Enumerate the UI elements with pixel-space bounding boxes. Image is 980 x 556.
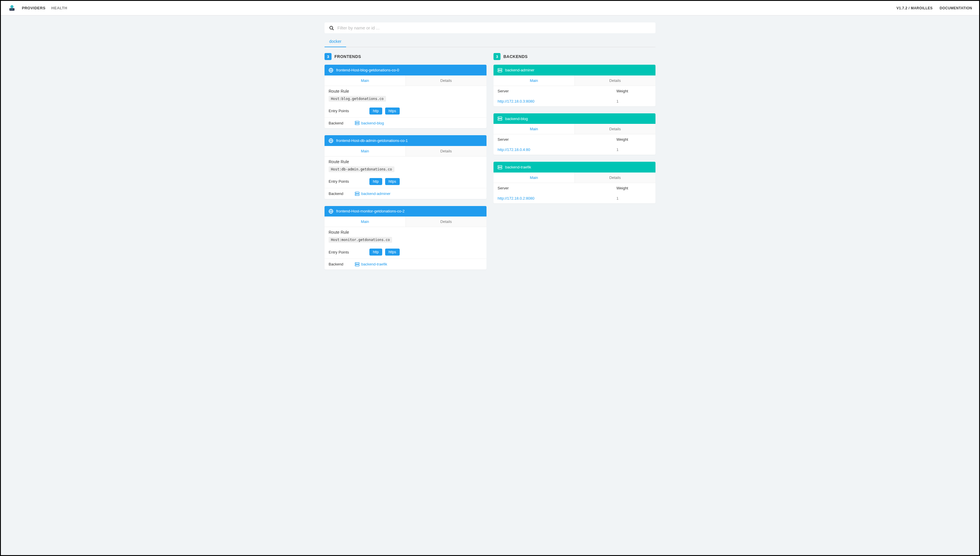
label-backend: Backend	[329, 262, 355, 266]
tab-details[interactable]: Details	[575, 173, 656, 183]
svg-rect-3	[12, 9, 13, 9]
tab-details[interactable]: Details	[405, 146, 487, 157]
server-icon	[497, 68, 502, 73]
tab-main[interactable]: Main	[325, 76, 405, 86]
backend-link[interactable]: backend-adminer	[355, 191, 391, 196]
backend-link[interactable]: backend-blog	[355, 121, 384, 126]
backend-name: backend-blog	[505, 116, 528, 121]
svg-rect-27	[498, 68, 502, 70]
svg-rect-28	[498, 71, 502, 72]
server-icon	[497, 165, 502, 170]
label-server: Server	[497, 89, 617, 93]
svg-rect-36	[498, 168, 502, 169]
globe-icon	[329, 138, 333, 143]
frontend-name: frontend-Host-blog-getdonations-co-0	[336, 68, 399, 72]
svg-rect-9	[355, 121, 359, 123]
svg-line-5	[333, 29, 334, 30]
label-route-rule: Route Rule	[329, 230, 483, 234]
svg-point-30	[499, 71, 499, 72]
tab-details[interactable]: Details	[405, 217, 487, 227]
frontend-card: frontend-Host-db-admin-getdonations-co-1…	[325, 135, 486, 199]
globe-icon	[329, 209, 333, 214]
entrypoint-tag: http	[370, 178, 382, 185]
svg-point-4	[330, 26, 333, 29]
frontends-count: 3	[325, 53, 331, 60]
search-bar	[325, 23, 655, 33]
route-rule-value: Host:monitor.getdonations.co	[329, 237, 392, 243]
search-icon	[329, 25, 334, 30]
frontend-name: frontend-Host-monitor-getdonations-co-2	[336, 209, 405, 213]
globe-icon	[329, 68, 333, 73]
tab-main[interactable]: Main	[494, 173, 575, 183]
search-input[interactable]	[337, 25, 651, 30]
label-server: Server	[497, 186, 617, 190]
tab-details[interactable]: Details	[575, 76, 656, 86]
svg-point-38	[499, 168, 499, 169]
svg-point-12	[356, 124, 356, 124]
entrypoint-tag: https	[385, 178, 400, 185]
svg-point-19	[356, 194, 356, 195]
server-url[interactable]: http://172.18.0.3:8080	[497, 99, 534, 103]
backend-card: backend-blog Main Details Server Weight …	[494, 113, 655, 155]
server-weight: 1	[617, 196, 651, 200]
label-backend: Backend	[329, 121, 355, 125]
tab-main[interactable]: Main	[494, 76, 575, 86]
svg-point-26	[356, 265, 356, 265]
nav-documentation[interactable]: DOCUMENTATION	[940, 6, 972, 10]
backend-card: backend-adminer Main Details Server Weig…	[494, 65, 655, 107]
tab-details[interactable]: Details	[575, 124, 656, 134]
backend-link[interactable]: backend-traefik	[355, 262, 387, 267]
label-weight: Weight	[617, 137, 651, 142]
svg-point-0	[10, 5, 14, 8]
svg-rect-31	[498, 117, 502, 118]
backends-count: 3	[494, 53, 500, 60]
frontends-title: FRONTENDS	[334, 54, 361, 59]
label-entry-points: Entry Points	[329, 250, 370, 254]
entrypoint-tag: http	[370, 108, 382, 115]
svg-rect-16	[355, 192, 359, 194]
provider-tabs: docker	[325, 37, 655, 47]
frontend-card: frontend-Host-blog-getdonations-co-0 Mai…	[325, 65, 486, 128]
server-weight: 1	[617, 147, 651, 152]
svg-point-18	[356, 192, 356, 193]
tab-main[interactable]: Main	[325, 217, 405, 227]
frontend-card: frontend-Host-monitor-getdonations-co-2 …	[325, 206, 486, 270]
nav-health[interactable]: HEALTH	[51, 6, 67, 10]
route-rule-value: Host:blog.getdonations.co	[329, 96, 386, 102]
svg-rect-23	[355, 263, 359, 264]
svg-rect-32	[498, 119, 502, 120]
label-entry-points: Entry Points	[329, 179, 370, 184]
server-icon	[497, 116, 502, 121]
label-weight: Weight	[617, 186, 651, 190]
navbar: PROVIDERS HEALTH V1.7.2 / MAROILLES DOCU…	[1, 1, 979, 15]
server-icon	[355, 191, 360, 196]
label-route-rule: Route Rule	[329, 159, 483, 164]
backend-card: backend-traefik Main Details Server Weig…	[494, 162, 655, 204]
backends-title: BACKENDS	[504, 54, 528, 59]
nav-providers[interactable]: PROVIDERS	[22, 6, 45, 10]
svg-point-33	[499, 118, 499, 118]
server-url[interactable]: http://172.18.0.2:8080	[497, 196, 534, 200]
label-weight: Weight	[617, 89, 651, 93]
tab-main[interactable]: Main	[325, 146, 405, 157]
svg-point-25	[356, 263, 356, 263]
svg-rect-10	[355, 123, 359, 125]
traefik-logo	[8, 4, 16, 12]
entrypoint-tag: http	[370, 249, 382, 255]
tab-docker[interactable]: docker	[325, 37, 346, 47]
svg-rect-17	[355, 194, 359, 196]
tab-main[interactable]: Main	[494, 124, 575, 134]
tab-details[interactable]: Details	[405, 76, 487, 86]
frontend-name: frontend-Host-db-admin-getdonations-co-1	[336, 138, 408, 143]
label-backend: Backend	[329, 191, 355, 196]
label-server: Server	[497, 137, 617, 142]
nav-version[interactable]: V1.7.2 / MAROILLES	[896, 6, 933, 10]
svg-rect-2	[10, 9, 11, 9]
svg-point-11	[356, 122, 356, 123]
entrypoint-tag: https	[385, 249, 400, 255]
svg-rect-24	[355, 265, 359, 266]
server-url[interactable]: http://172.18.0.4:80	[497, 147, 530, 152]
label-entry-points: Entry Points	[329, 109, 370, 113]
svg-point-34	[499, 120, 499, 120]
svg-point-29	[499, 69, 499, 70]
